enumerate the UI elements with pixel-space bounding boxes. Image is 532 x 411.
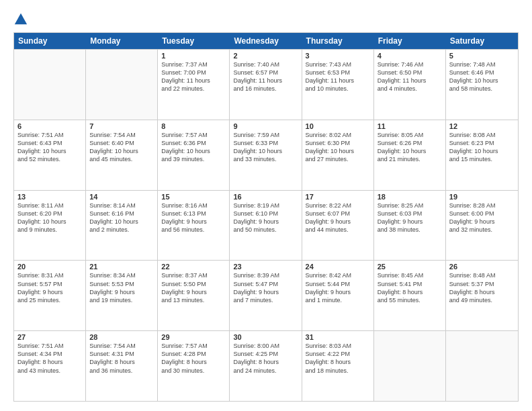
- logo-icon: [13, 12, 28, 27]
- day-number: 18: [378, 193, 442, 201]
- day-number: 26: [449, 263, 515, 271]
- day-number: 20: [17, 263, 82, 271]
- svg-marker-0: [15, 13, 27, 25]
- cell-info: Sunrise: 7:54 AMSunset: 4:31 PMDaylight:…: [89, 342, 154, 375]
- calendar-cell: 23Sunrise: 8:39 AMSunset: 5:47 PMDayligh…: [230, 261, 302, 330]
- day-number: 9: [233, 122, 298, 130]
- calendar-cell: 19Sunrise: 8:28 AMSunset: 6:00 PMDayligh…: [446, 191, 518, 261]
- calendar-cell: 5Sunrise: 7:48 AMSunset: 6:46 PMDaylight…: [446, 50, 518, 120]
- week-row-5: 27Sunrise: 7:51 AMSunset: 4:34 PMDayligh…: [14, 330, 518, 401]
- header: [13, 12, 519, 27]
- cell-info: Sunrise: 8:22 AMSunset: 6:07 PMDaylight:…: [306, 201, 370, 234]
- day-number: 2: [233, 52, 298, 60]
- calendar-body: 1Sunrise: 7:37 AMSunset: 7:00 PMDaylight…: [14, 49, 518, 401]
- cell-info: Sunrise: 8:39 AMSunset: 5:47 PMDaylight:…: [233, 271, 298, 304]
- calendar-cell: 21Sunrise: 8:34 AMSunset: 5:53 PMDayligh…: [86, 261, 158, 330]
- day-number: 3: [306, 52, 370, 60]
- day-number: 15: [161, 193, 226, 201]
- calendar-cell: [86, 50, 158, 120]
- week-row-3: 13Sunrise: 8:11 AMSunset: 6:20 PMDayligh…: [14, 190, 518, 261]
- day-number: 10: [306, 122, 370, 130]
- calendar-cell: 4Sunrise: 7:46 AMSunset: 6:50 PMDaylight…: [374, 50, 446, 120]
- cell-info: Sunrise: 8:31 AMSunset: 5:57 PMDaylight:…: [17, 271, 82, 304]
- day-header-tuesday: Tuesday: [158, 33, 230, 49]
- cell-info: Sunrise: 8:19 AMSunset: 6:10 PMDaylight:…: [233, 201, 298, 234]
- cell-info: Sunrise: 8:42 AMSunset: 5:44 PMDaylight:…: [306, 271, 370, 304]
- day-number: 12: [449, 122, 515, 130]
- calendar-cell: 26Sunrise: 8:48 AMSunset: 5:37 PMDayligh…: [446, 261, 518, 330]
- cell-info: Sunrise: 8:16 AMSunset: 6:13 PMDaylight:…: [161, 201, 226, 234]
- cell-info: Sunrise: 7:51 AMSunset: 6:43 PMDaylight:…: [17, 131, 82, 164]
- week-row-4: 20Sunrise: 8:31 AMSunset: 5:57 PMDayligh…: [14, 260, 518, 330]
- calendar-cell: 3Sunrise: 7:43 AMSunset: 6:53 PMDaylight…: [302, 50, 374, 120]
- day-number: 27: [17, 333, 82, 341]
- calendar-cell: 29Sunrise: 7:57 AMSunset: 4:28 PMDayligh…: [158, 331, 230, 401]
- cell-info: Sunrise: 7:48 AMSunset: 6:46 PMDaylight:…: [449, 60, 515, 93]
- day-number: 13: [17, 193, 82, 201]
- day-number: 6: [17, 122, 82, 130]
- cell-info: Sunrise: 7:57 AMSunset: 4:28 PMDaylight:…: [161, 342, 226, 375]
- day-number: 29: [161, 333, 226, 341]
- day-number: 16: [233, 193, 298, 201]
- page: SundayMondayTuesdayWednesdayThursdayFrid…: [0, 0, 532, 411]
- cell-info: Sunrise: 8:08 AMSunset: 6:23 PMDaylight:…: [449, 131, 515, 164]
- calendar-cell: 30Sunrise: 8:00 AMSunset: 4:25 PMDayligh…: [230, 331, 302, 401]
- day-number: 11: [378, 122, 442, 130]
- calendar-cell: [374, 331, 446, 401]
- calendar-cell: 16Sunrise: 8:19 AMSunset: 6:10 PMDayligh…: [230, 191, 302, 261]
- cell-info: Sunrise: 8:28 AMSunset: 6:00 PMDaylight:…: [449, 201, 515, 234]
- cell-info: Sunrise: 8:02 AMSunset: 6:30 PMDaylight:…: [306, 131, 370, 164]
- calendar-cell: 27Sunrise: 7:51 AMSunset: 4:34 PMDayligh…: [14, 331, 86, 401]
- calendar-cell: 8Sunrise: 7:57 AMSunset: 6:36 PMDaylight…: [158, 120, 230, 190]
- cell-info: Sunrise: 8:34 AMSunset: 5:53 PMDaylight:…: [89, 271, 154, 304]
- day-number: 21: [89, 263, 154, 271]
- day-number: 31: [306, 333, 370, 341]
- calendar-cell: 7Sunrise: 7:54 AMSunset: 6:40 PMDaylight…: [86, 120, 158, 190]
- cell-info: Sunrise: 8:05 AMSunset: 6:26 PMDaylight:…: [378, 131, 442, 164]
- calendar: SundayMondayTuesdayWednesdayThursdayFrid…: [13, 32, 519, 402]
- calendar-cell: 20Sunrise: 8:31 AMSunset: 5:57 PMDayligh…: [14, 261, 86, 330]
- day-header-monday: Monday: [86, 33, 158, 49]
- calendar-cell: 15Sunrise: 8:16 AMSunset: 6:13 PMDayligh…: [158, 191, 230, 261]
- calendar-cell: 31Sunrise: 8:03 AMSunset: 4:22 PMDayligh…: [302, 331, 374, 401]
- calendar-cell: [446, 331, 518, 401]
- day-header-friday: Friday: [374, 33, 446, 49]
- calendar-cell: 2Sunrise: 7:40 AMSunset: 6:57 PMDaylight…: [230, 50, 302, 120]
- cell-info: Sunrise: 7:40 AMSunset: 6:57 PMDaylight:…: [233, 60, 298, 93]
- calendar-cell: [14, 50, 86, 120]
- day-number: 7: [89, 122, 154, 130]
- cell-info: Sunrise: 7:51 AMSunset: 4:34 PMDaylight:…: [17, 342, 82, 375]
- cell-info: Sunrise: 7:37 AMSunset: 7:00 PMDaylight:…: [161, 60, 226, 93]
- cell-info: Sunrise: 7:43 AMSunset: 6:53 PMDaylight:…: [306, 60, 370, 93]
- day-number: 28: [89, 333, 154, 341]
- logo: [13, 12, 30, 27]
- calendar-cell: 14Sunrise: 8:14 AMSunset: 6:16 PMDayligh…: [86, 191, 158, 261]
- calendar-cell: 28Sunrise: 7:54 AMSunset: 4:31 PMDayligh…: [86, 331, 158, 401]
- day-number: 23: [233, 263, 298, 271]
- cell-info: Sunrise: 8:14 AMSunset: 6:16 PMDaylight:…: [89, 201, 154, 234]
- calendar-cell: 11Sunrise: 8:05 AMSunset: 6:26 PMDayligh…: [374, 120, 446, 190]
- day-number: 4: [378, 52, 442, 60]
- day-header-wednesday: Wednesday: [230, 33, 302, 49]
- day-number: 8: [161, 122, 226, 130]
- cell-info: Sunrise: 7:54 AMSunset: 6:40 PMDaylight:…: [89, 131, 154, 164]
- calendar-cell: 17Sunrise: 8:22 AMSunset: 6:07 PMDayligh…: [302, 191, 374, 261]
- cell-info: Sunrise: 8:03 AMSunset: 4:22 PMDaylight:…: [306, 342, 370, 375]
- day-header-sunday: Sunday: [14, 33, 86, 49]
- calendar-cell: 1Sunrise: 7:37 AMSunset: 7:00 PMDaylight…: [158, 50, 230, 120]
- cell-info: Sunrise: 8:11 AMSunset: 6:20 PMDaylight:…: [17, 201, 82, 234]
- cell-info: Sunrise: 8:00 AMSunset: 4:25 PMDaylight:…: [233, 342, 298, 375]
- calendar-cell: 25Sunrise: 8:45 AMSunset: 5:41 PMDayligh…: [374, 261, 446, 330]
- calendar-cell: 12Sunrise: 8:08 AMSunset: 6:23 PMDayligh…: [446, 120, 518, 190]
- day-number: 5: [449, 52, 515, 60]
- day-number: 22: [161, 263, 226, 271]
- day-number: 24: [306, 263, 370, 271]
- day-number: 25: [378, 263, 442, 271]
- calendar-cell: 9Sunrise: 7:59 AMSunset: 6:33 PMDaylight…: [230, 120, 302, 190]
- cell-info: Sunrise: 8:25 AMSunset: 6:03 PMDaylight:…: [378, 201, 442, 234]
- cell-info: Sunrise: 7:59 AMSunset: 6:33 PMDaylight:…: [233, 131, 298, 164]
- cell-info: Sunrise: 8:37 AMSunset: 5:50 PMDaylight:…: [161, 271, 226, 304]
- calendar-cell: 13Sunrise: 8:11 AMSunset: 6:20 PMDayligh…: [14, 191, 86, 261]
- cell-info: Sunrise: 7:46 AMSunset: 6:50 PMDaylight:…: [378, 60, 442, 93]
- cell-info: Sunrise: 7:57 AMSunset: 6:36 PMDaylight:…: [161, 131, 226, 164]
